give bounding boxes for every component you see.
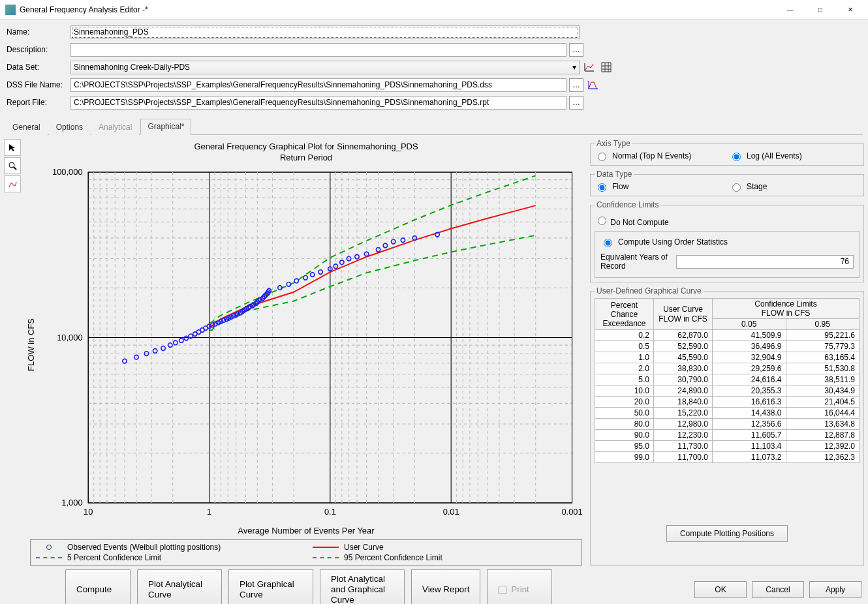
tab-options[interactable]: Options	[49, 119, 90, 135]
description-expand-button[interactable]: …	[569, 43, 583, 57]
conf-order-stats-radio[interactable]: Compute Using Order Statistics	[600, 237, 854, 247]
title-bar: General Frequency Analysis Editor -* — □…	[0, 0, 868, 20]
confidence-limits-legend: Confidence Limits	[595, 200, 660, 209]
zoom-tool[interactable]	[4, 157, 21, 174]
name-input[interactable]	[70, 25, 580, 39]
tab-general[interactable]: General	[5, 119, 48, 135]
print-icon	[498, 586, 507, 594]
svg-rect-0	[602, 63, 611, 72]
svg-point-76	[153, 349, 157, 354]
dss-file-label: DSS File Name:	[7, 80, 70, 89]
confidence-limits-group: Confidence Limits Do Not Compute Compute…	[590, 200, 864, 282]
dataset-combo[interactable]: Sinnemahoning Creek-Daily-PDS ▾	[70, 61, 580, 74]
distribution-icon[interactable]	[586, 78, 600, 92]
svg-point-6	[9, 162, 14, 168]
chart-subtitle: Return Period	[26, 153, 586, 162]
cancel-button[interactable]: Cancel	[752, 581, 804, 598]
dss-file-value: C:\PROJECTS\SSP\Projects\SSP_Examples\Ge…	[74, 80, 492, 89]
svg-point-79	[174, 340, 178, 345]
pointer-tool[interactable]	[4, 139, 21, 156]
form-area: Name: Description: … Data Set: Sinnemaho…	[0, 20, 868, 115]
plot-graphical-button[interactable]: Plot Graphical Curve	[228, 569, 313, 604]
axis-type-group: Axis Type Normal (Top N Events) Log (All…	[590, 139, 864, 166]
window-title: General Frequency Analysis Editor -*	[20, 5, 775, 14]
svg-point-77	[161, 346, 165, 351]
user-curve-group: User-Defined Graphical Curve Percent Cha…	[590, 286, 864, 566]
svg-text:0.001: 0.001	[561, 506, 582, 516]
minimize-button[interactable]: —	[775, 0, 805, 20]
table-row[interactable]: 50.015,220.014,438.016,044.4	[595, 408, 860, 419]
th-usercurve: User CurveFLOW in CFS	[654, 299, 713, 330]
view-report-button[interactable]: View Report	[411, 569, 480, 604]
table-row[interactable]: 0.262,870.041,509.995,221.6	[595, 330, 860, 341]
svg-point-121	[311, 273, 315, 277]
report-file-value: C:\PROJECTS\SSP\Projects\SSP_Examples\Ge…	[74, 98, 489, 107]
data-type-group: Data Type Flow Stage	[590, 170, 864, 196]
svg-point-130	[383, 243, 387, 248]
graphical-tab-panel: General Frequency Graphical Plot for Sin…	[0, 135, 868, 566]
svg-text:1: 1	[207, 506, 211, 516]
equivalent-years-label: Equivalent Years of Record	[600, 252, 671, 271]
report-browse-button[interactable]: …	[569, 96, 583, 110]
tab-bar: General Options Analytical Graphical*	[5, 118, 863, 135]
close-button[interactable]: ✕	[835, 0, 865, 20]
user-curve-legend: User-Defined Graphical Curve	[595, 286, 704, 295]
table-row[interactable]: 2.038,830.029,259.651,530.8	[595, 363, 860, 374]
legend-ci5: 5 Percent Confidence Limit	[36, 553, 300, 562]
tab-graphical[interactable]: Graphical*	[140, 119, 191, 135]
table-row[interactable]: 10.024,890.020,355.330,434.9	[595, 385, 860, 397]
svg-point-80	[179, 339, 183, 343]
x-axis-label: Average Number of Events Per Year	[26, 526, 586, 536]
compute-button[interactable]: Compute	[65, 569, 131, 604]
table-row[interactable]: 20.018,840.016,616.321,404.5	[595, 397, 860, 408]
table-row[interactable]: 5.030,790.024,616.438,511.9	[595, 374, 860, 385]
frequency-plot[interactable]: 100,00010,0001,0001010.10.010.001	[39, 165, 586, 524]
description-input[interactable]	[70, 43, 566, 57]
apply-button[interactable]: Apply	[809, 581, 861, 598]
curve-tool[interactable]	[4, 175, 21, 192]
legend-observed: Observed Events (Weibull plotting positi…	[36, 543, 300, 552]
plot-legend: Observed Events (Weibull plotting positi…	[30, 539, 582, 566]
svg-point-120	[303, 275, 307, 280]
table-row[interactable]: 90.012,230.011,605.712,887.8	[595, 430, 860, 441]
table-row[interactable]: 99.011,700.011,073.212,362.3	[595, 452, 860, 463]
chart-pane: General Frequency Graphical Plot for Sin…	[26, 139, 586, 566]
table-row[interactable]: 80.012,980.012,356.613,634.8	[595, 419, 860, 430]
user-curve-table-wrap: Percent Chance Exceedance User CurveFLOW…	[595, 298, 860, 520]
user-curve-table[interactable]: Percent Chance Exceedance User CurveFLOW…	[595, 298, 860, 463]
axis-type-log-radio[interactable]: Log (All Events)	[729, 151, 860, 161]
svg-point-119	[294, 279, 298, 283]
table-row[interactable]: 0.552,590.036,496.975,779.3	[595, 341, 860, 352]
app-icon	[5, 5, 16, 15]
plot-toolstrip	[4, 139, 22, 566]
svg-text:0.1: 0.1	[324, 506, 336, 516]
axis-type-normal-radio[interactable]: Normal (Top N Events)	[595, 151, 725, 161]
plot-dataset-icon[interactable]	[582, 61, 597, 74]
legend-ci95: 95 Percent Confidence Limit	[313, 553, 576, 562]
data-type-stage-radio[interactable]: Stage	[729, 181, 860, 192]
th-percent: Percent Chance Exceedance	[595, 299, 654, 330]
equivalent-years-input[interactable]	[676, 255, 854, 269]
tabulate-dataset-icon[interactable]	[599, 61, 613, 74]
table-row[interactable]: 1.045,590.032,904.963,165.4	[595, 352, 860, 363]
description-label: Description:	[7, 45, 70, 54]
plot-analytical-button[interactable]: Plot Analytical Curve	[137, 569, 222, 604]
name-label: Name:	[7, 27, 70, 37]
svg-point-132	[401, 238, 405, 243]
chart-title: General Frequency Graphical Plot for Sin…	[26, 142, 586, 151]
table-row[interactable]: 95.011,730.011,103.412,392.0	[595, 441, 860, 452]
data-type-flow-radio[interactable]: Flow	[595, 181, 725, 192]
compute-plotting-positions-button[interactable]: Compute Plotting Positions	[666, 525, 788, 542]
maximize-button[interactable]: □	[805, 0, 835, 20]
svg-marker-5	[9, 144, 15, 151]
bottom-button-bar: Compute Plot Analytical Curve Plot Graph…	[0, 566, 868, 604]
legend-user-curve: User Curve	[313, 543, 576, 552]
svg-text:10: 10	[84, 506, 93, 516]
ok-button[interactable]: OK	[694, 581, 747, 598]
svg-point-122	[318, 270, 322, 275]
dss-browse-button[interactable]: …	[569, 78, 583, 92]
svg-point-81	[184, 336, 188, 340]
y-axis-label: FLOW in CFS	[26, 318, 39, 371]
conf-do-not-compute-radio[interactable]: Do Not Compute	[595, 215, 669, 227]
plot-both-button[interactable]: Plot Analytical and Graphical Curve	[320, 569, 405, 604]
